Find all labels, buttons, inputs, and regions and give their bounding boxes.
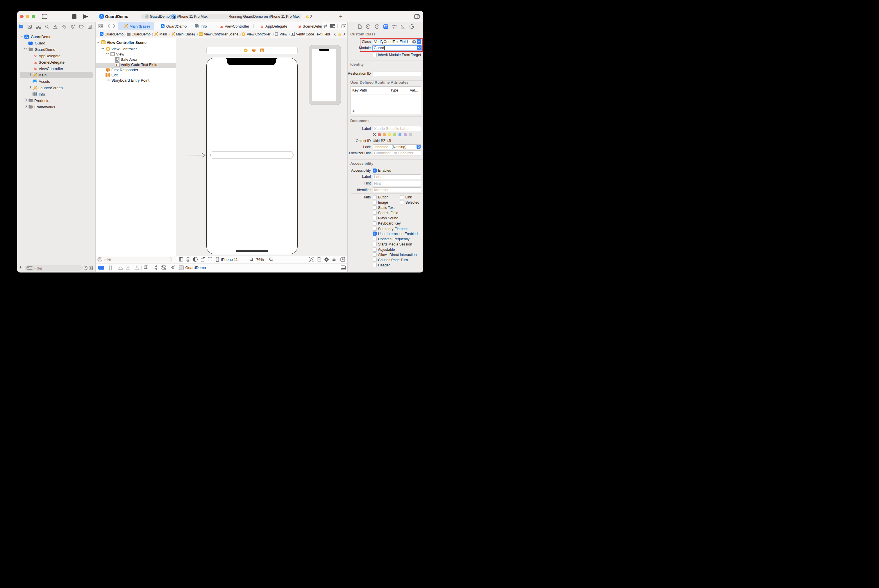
- svg-text:1: 1: [108, 69, 109, 72]
- svg-text:?: ?: [376, 25, 378, 28]
